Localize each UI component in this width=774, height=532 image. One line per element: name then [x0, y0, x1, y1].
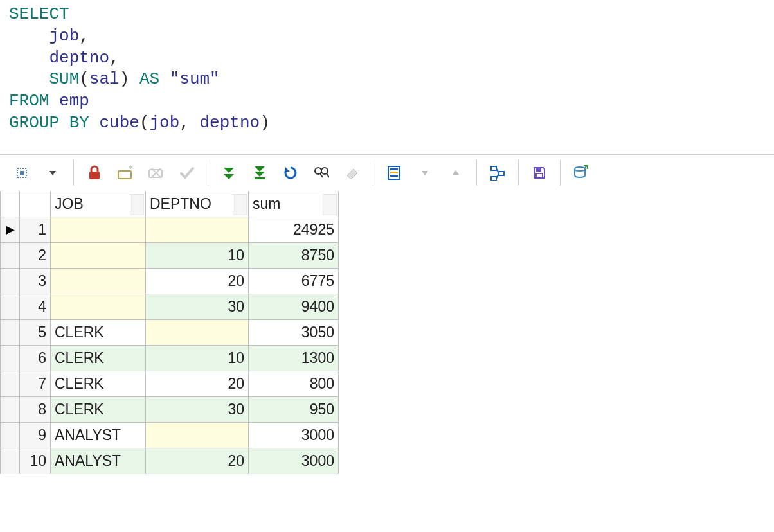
single-record-icon[interactable]: [379, 160, 410, 186]
cell-deptno[interactable]: 30: [146, 396, 249, 422]
svg-rect-15: [499, 172, 504, 175]
svg-rect-14: [491, 166, 496, 170]
cell-deptno[interactable]: [146, 217, 249, 242]
row-marker: [1, 371, 20, 396]
delete-row-icon[interactable]: [141, 160, 172, 186]
results-toolbar: [0, 154, 774, 191]
lock-icon[interactable]: [79, 160, 110, 186]
column-header-sum[interactable]: sum: [249, 191, 339, 217]
ident-emp: emp: [59, 91, 89, 111]
save-icon[interactable]: [524, 160, 555, 186]
svg-point-19: [575, 167, 585, 171]
table-row[interactable]: 2108750: [1, 242, 339, 268]
select-cells-icon[interactable]: [6, 160, 37, 186]
cell-job[interactable]: CLERK: [51, 371, 146, 396]
table-row[interactable]: 6CLERK101300: [1, 345, 339, 371]
row-number: 8: [20, 396, 51, 422]
fetch-all-icon[interactable]: [213, 160, 244, 186]
cell-deptno[interactable]: 20: [146, 268, 249, 294]
row-marker: [1, 268, 20, 294]
func-sum: SUM: [49, 69, 79, 89]
row-marker: [1, 294, 20, 319]
row-marker: [1, 319, 20, 345]
cell-sum[interactable]: 24925: [249, 217, 339, 242]
marker-header: [1, 191, 20, 217]
row-marker: [1, 396, 20, 422]
cell-deptno[interactable]: 10: [146, 345, 249, 371]
cell-sum[interactable]: 9400: [249, 294, 339, 319]
ident-deptno: deptno: [49, 48, 109, 67]
keyword-as: AS: [140, 69, 159, 89]
dropdown2-icon[interactable]: [410, 160, 440, 186]
sql-editor[interactable]: SELECT job, deptno, SUM(sal) AS "sum" FR…: [0, 0, 774, 154]
cell-job[interactable]: CLERK: [51, 396, 146, 422]
svg-rect-17: [536, 168, 541, 172]
cell-sum[interactable]: 3050: [249, 319, 339, 345]
svg-point-7: [321, 168, 328, 174]
row-marker: ▶: [1, 217, 20, 242]
table-row[interactable]: 7CLERK20800: [1, 371, 339, 396]
cell-job[interactable]: [51, 268, 146, 294]
cell-deptno[interactable]: [146, 422, 249, 448]
row-marker: [1, 345, 20, 371]
keyword-select: SELECT: [9, 4, 69, 24]
export-db-icon[interactable]: [566, 160, 597, 186]
commit-icon[interactable]: [172, 160, 203, 186]
cell-deptno[interactable]: 20: [146, 371, 249, 396]
header-row: JOB DEPTNO sum: [1, 191, 339, 217]
row-number: 10: [20, 448, 51, 474]
fetch-last-icon[interactable]: [244, 160, 275, 186]
table-row[interactable]: 9ANALYST3000: [1, 422, 339, 448]
cell-deptno[interactable]: 30: [146, 294, 249, 319]
row-marker: [1, 422, 20, 448]
refresh-icon[interactable]: [275, 160, 306, 186]
svg-rect-13: [390, 175, 398, 177]
cell-sum[interactable]: 8750: [249, 242, 339, 268]
find-icon[interactable]: [306, 160, 337, 186]
table-row[interactable]: ▶124925: [1, 217, 339, 242]
cell-deptno[interactable]: [146, 319, 249, 345]
eraser-icon[interactable]: [337, 160, 368, 186]
table-row[interactable]: 4309400: [1, 294, 339, 319]
table-row[interactable]: 5CLERK3050: [1, 319, 339, 345]
svg-rect-3: [118, 171, 131, 179]
row-number: 4: [20, 294, 51, 319]
cell-deptno[interactable]: 20: [146, 448, 249, 474]
cell-sum[interactable]: 3000: [249, 422, 339, 448]
svg-rect-5: [255, 177, 265, 179]
table-row[interactable]: 8CLERK30950: [1, 396, 339, 422]
table-row[interactable]: 10ANALYST203000: [1, 448, 339, 474]
new-row-icon[interactable]: [110, 160, 141, 186]
svg-rect-16: [491, 177, 496, 181]
keyword-group: GROUP: [9, 113, 59, 132]
svg-point-6: [315, 168, 321, 174]
cell-sum[interactable]: 1300: [249, 345, 339, 371]
dropdown-icon[interactable]: [37, 160, 68, 186]
cell-deptno[interactable]: 10: [146, 242, 249, 268]
keyword-from: FROM: [9, 91, 49, 111]
svg-rect-2: [89, 172, 100, 179]
row-number: 2: [20, 242, 51, 268]
cell-job[interactable]: [51, 217, 146, 242]
row-number: 7: [20, 371, 51, 396]
svg-line-8: [320, 173, 323, 177]
ident-sal: sal: [89, 69, 120, 89]
cell-job[interactable]: [51, 294, 146, 319]
ident-job: job: [49, 26, 79, 46]
column-header-job[interactable]: JOB: [51, 191, 146, 217]
cell-job[interactable]: ANALYST: [51, 422, 146, 448]
cell-sum[interactable]: 6775: [249, 268, 339, 294]
alias-sum: "sum": [170, 69, 220, 89]
cell-sum[interactable]: 3000: [249, 448, 339, 474]
column-header-deptno[interactable]: DEPTNO: [146, 191, 249, 217]
cell-job[interactable]: CLERK: [51, 319, 146, 345]
cell-job[interactable]: [51, 242, 146, 268]
table-row[interactable]: 3206775: [1, 268, 339, 294]
cell-job[interactable]: ANALYST: [51, 448, 146, 474]
up-icon[interactable]: [440, 160, 471, 186]
linked-query-icon[interactable]: [482, 160, 513, 186]
cell-sum[interactable]: 950: [249, 396, 339, 422]
cell-job[interactable]: CLERK: [51, 345, 146, 371]
cell-sum[interactable]: 800: [249, 371, 339, 396]
results-grid[interactable]: JOB DEPTNO sum ▶124925210875032067754309…: [0, 191, 774, 474]
